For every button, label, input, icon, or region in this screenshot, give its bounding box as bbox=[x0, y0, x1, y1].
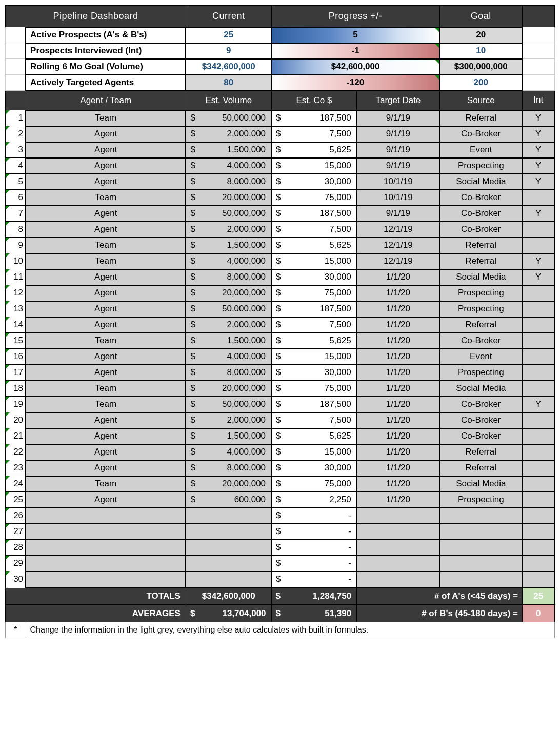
metric-current[interactable]: 9 bbox=[186, 43, 271, 59]
cell-agent[interactable]: Agent bbox=[26, 158, 186, 174]
cell-int[interactable] bbox=[522, 285, 554, 301]
cell-date[interactable]: 1/1/20 bbox=[357, 412, 439, 428]
cell-date[interactable]: 1/1/20 bbox=[357, 333, 439, 349]
cell-source[interactable]: Social Media bbox=[439, 476, 522, 492]
cell-vol[interactable]: $4,000,000 bbox=[186, 158, 271, 174]
cell-int[interactable]: Y bbox=[522, 158, 554, 174]
cell-source[interactable]: Social Media bbox=[439, 174, 522, 190]
cell-source[interactable]: Event bbox=[439, 142, 522, 158]
cell-vol[interactable]: $8,000,000 bbox=[186, 365, 271, 381]
cell-agent[interactable]: Agent bbox=[26, 142, 186, 158]
cell-source[interactable]: Prospecting bbox=[439, 285, 522, 301]
cell-vol[interactable]: $20,000,000 bbox=[186, 190, 271, 206]
cell-vol[interactable]: $50,000,000 bbox=[186, 301, 271, 317]
cell-vol[interactable] bbox=[186, 508, 271, 524]
cell-int[interactable] bbox=[522, 301, 554, 317]
cell-agent[interactable]: Agent bbox=[26, 126, 186, 142]
cell-date[interactable] bbox=[357, 556, 439, 571]
cell-agent[interactable]: Agent bbox=[26, 428, 186, 444]
cell-agent[interactable]: Team bbox=[26, 190, 186, 206]
cell-vol[interactable]: $4,000,000 bbox=[186, 349, 271, 365]
cell-vol[interactable]: $8,000,000 bbox=[186, 460, 271, 476]
cell-source[interactable]: Referral bbox=[439, 253, 522, 269]
cell-source[interactable]: Referral bbox=[439, 444, 522, 460]
metric-goal[interactable]: 20 bbox=[439, 27, 522, 43]
metric-goal[interactable]: 10 bbox=[439, 43, 522, 59]
cell-agent[interactable]: Agent bbox=[26, 206, 186, 222]
cell-vol[interactable]: $2,000,000 bbox=[186, 126, 271, 142]
cell-int[interactable] bbox=[522, 365, 554, 381]
cell-vol[interactable]: $1,500,000 bbox=[186, 333, 271, 349]
cell-int[interactable] bbox=[522, 238, 554, 253]
cell-vol[interactable]: $50,000,000 bbox=[186, 397, 271, 412]
cell-vol[interactable]: $1,500,000 bbox=[186, 142, 271, 158]
cell-vol[interactable]: $1,500,000 bbox=[186, 428, 271, 444]
cell-agent[interactable]: Agent bbox=[26, 492, 186, 508]
cell-agent[interactable]: Agent bbox=[26, 301, 186, 317]
cell-int[interactable] bbox=[522, 476, 554, 492]
cell-agent[interactable]: Agent bbox=[26, 222, 186, 238]
cell-source[interactable]: Co-Broker bbox=[439, 206, 522, 222]
cell-date[interactable] bbox=[357, 571, 439, 587]
cell-agent[interactable]: Team bbox=[26, 110, 186, 126]
cell-int[interactable]: Y bbox=[522, 206, 554, 222]
cell-vol[interactable]: $20,000,000 bbox=[186, 285, 271, 301]
cell-source[interactable]: Prospecting bbox=[439, 301, 522, 317]
cell-int[interactable] bbox=[522, 333, 554, 349]
cell-date[interactable]: 1/1/20 bbox=[357, 349, 439, 365]
cell-date[interactable]: 1/1/20 bbox=[357, 317, 439, 333]
cell-source[interactable]: Co-Broker bbox=[439, 190, 522, 206]
metric-current[interactable]: $342,600,000 bbox=[186, 59, 271, 75]
cell-int[interactable]: Y bbox=[522, 126, 554, 142]
cell-source[interactable]: Prospecting bbox=[439, 158, 522, 174]
cell-vol[interactable] bbox=[186, 540, 271, 556]
cell-source[interactable]: Co-Broker bbox=[439, 333, 522, 349]
cell-agent[interactable]: Team bbox=[26, 238, 186, 253]
cell-agent[interactable]: Team bbox=[26, 253, 186, 269]
cell-source[interactable]: Co-Broker bbox=[439, 412, 522, 428]
cell-agent[interactable]: Agent bbox=[26, 444, 186, 460]
cell-date[interactable]: 1/1/20 bbox=[357, 428, 439, 444]
cell-vol[interactable] bbox=[186, 556, 271, 571]
cell-date[interactable]: 9/1/19 bbox=[357, 110, 439, 126]
cell-date[interactable]: 12/1/19 bbox=[357, 222, 439, 238]
cell-date[interactable]: 1/1/20 bbox=[357, 476, 439, 492]
cell-date[interactable]: 10/1/19 bbox=[357, 174, 439, 190]
cell-source[interactable]: Prospecting bbox=[439, 492, 522, 508]
cell-vol[interactable]: $4,000,000 bbox=[186, 253, 271, 269]
cell-source[interactable]: Event bbox=[439, 349, 522, 365]
cell-date[interactable]: 9/1/19 bbox=[357, 142, 439, 158]
cell-vol[interactable]: $8,000,000 bbox=[186, 269, 271, 285]
cell-agent[interactable]: Agent bbox=[26, 349, 186, 365]
cell-source[interactable] bbox=[439, 556, 522, 571]
cell-vol[interactable]: $600,000 bbox=[186, 492, 271, 508]
cell-int[interactable] bbox=[522, 412, 554, 428]
cell-agent[interactable]: Team bbox=[26, 333, 186, 349]
cell-int[interactable]: Y bbox=[522, 142, 554, 158]
cell-date[interactable]: 1/1/20 bbox=[357, 492, 439, 508]
cell-int[interactable]: Y bbox=[522, 174, 554, 190]
cell-source[interactable]: Referral bbox=[439, 238, 522, 253]
cell-int[interactable] bbox=[522, 381, 554, 397]
cell-source[interactable]: Social Media bbox=[439, 381, 522, 397]
cell-date[interactable]: 1/1/20 bbox=[357, 301, 439, 317]
cell-int[interactable] bbox=[522, 556, 554, 571]
cell-vol[interactable] bbox=[186, 571, 271, 587]
cell-date[interactable]: 1/1/20 bbox=[357, 365, 439, 381]
cell-agent[interactable] bbox=[26, 524, 186, 540]
cell-vol[interactable]: $2,000,000 bbox=[186, 317, 271, 333]
cell-date[interactable]: 12/1/19 bbox=[357, 238, 439, 253]
metric-goal[interactable]: $300,000,000 bbox=[439, 59, 522, 75]
cell-int[interactable]: Y bbox=[522, 110, 554, 126]
cell-date[interactable] bbox=[357, 524, 439, 540]
cell-vol[interactable]: $1,500,000 bbox=[186, 238, 271, 253]
cell-int[interactable] bbox=[522, 492, 554, 508]
cell-int[interactable] bbox=[522, 524, 554, 540]
cell-source[interactable]: Referral bbox=[439, 110, 522, 126]
cell-vol[interactable]: $8,000,000 bbox=[186, 174, 271, 190]
cell-int[interactable] bbox=[522, 508, 554, 524]
cell-vol[interactable]: $50,000,000 bbox=[186, 110, 271, 126]
cell-date[interactable]: 1/1/20 bbox=[357, 269, 439, 285]
cell-agent[interactable] bbox=[26, 540, 186, 556]
cell-source[interactable] bbox=[439, 540, 522, 556]
